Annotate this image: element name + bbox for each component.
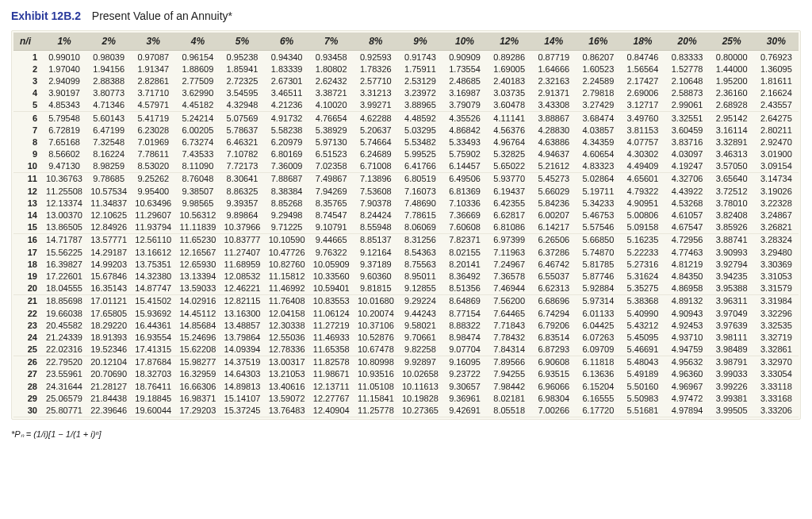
cell-value: 6.72819: [42, 124, 86, 136]
cell-value: 0.80000: [710, 51, 754, 63]
cell-value: 4.21236: [265, 99, 309, 112]
cell-value: 12.46221: [220, 283, 264, 295]
col-header: 25%: [710, 33, 754, 51]
row-index: 22: [13, 307, 42, 319]
cell-value: 4.94637: [531, 148, 576, 160]
cell-value: 5.57546: [576, 221, 620, 234]
cell-value: 9.29498: [265, 209, 309, 221]
cell-value: 3.09154: [754, 160, 799, 173]
cell-value: 8.76048: [175, 172, 220, 185]
cell-value: 8.95011: [398, 270, 442, 282]
cell-value: 3.26821: [754, 221, 799, 234]
cell-value: 3.38721: [309, 87, 354, 99]
cell-value: 2.88388: [86, 75, 131, 86]
cell-value: 3.88741: [710, 233, 754, 246]
cell-value: 2.92470: [754, 136, 799, 148]
cell-value: 5.07569: [220, 111, 264, 124]
cell-value: 1.95200: [710, 75, 754, 86]
cell-value: 0.83333: [665, 51, 710, 63]
cell-value: 8.38384: [265, 185, 309, 197]
table-row: 76.728196.471996.230286.002055.786375.58…: [13, 124, 799, 136]
cell-value: 6.14457: [442, 160, 487, 173]
cell-value: 4.43922: [665, 185, 710, 197]
cell-value: 16.93554: [131, 331, 175, 343]
cell-value: 15.93692: [131, 307, 175, 319]
cell-value: 6.79206: [531, 319, 576, 331]
cell-value: 5.66850: [576, 233, 620, 246]
cell-value: 4.97894: [665, 404, 710, 417]
cell-value: 7.43533: [175, 148, 220, 160]
cell-value: 4.28830: [531, 124, 576, 136]
cell-value: 7.11963: [487, 246, 531, 258]
cell-value: 10.36763: [42, 172, 86, 185]
cell-value: 6.11818: [576, 356, 620, 368]
cell-value: 10.37106: [354, 319, 398, 331]
cell-value: 10.10590: [265, 233, 309, 246]
cell-value: 1.91347: [131, 63, 175, 75]
row-index: 15: [13, 221, 42, 234]
table-row: 10.990100.980390.970870.961540.952380.94…: [13, 51, 799, 63]
cell-value: 13.76483: [265, 404, 309, 417]
cell-value: 8.98259: [86, 160, 131, 173]
cell-value: 2.91371: [531, 87, 576, 99]
cell-value: 0.92593: [354, 51, 398, 63]
cell-value: 8.11090: [175, 160, 220, 173]
cell-value: 5.50983: [620, 392, 665, 404]
cell-value: 4.10020: [309, 99, 354, 112]
cell-value: 3.88965: [398, 99, 442, 112]
cell-value: 6.37286: [531, 246, 576, 258]
cell-value: 22.02316: [42, 344, 86, 356]
col-header: 12%: [487, 33, 531, 51]
cell-value: 25.06579: [42, 392, 86, 404]
cell-value: 3.32719: [754, 331, 799, 343]
cell-value: 6.24689: [354, 148, 398, 160]
cell-value: 7.78611: [131, 148, 175, 160]
cell-value: 4.89132: [665, 294, 710, 307]
cell-value: 1.69005: [487, 63, 531, 75]
cell-value: 10.47726: [265, 246, 309, 258]
cell-value: 5.38929: [309, 124, 354, 136]
table-row: 1917.2260115.6784614.3238013.1339412.085…: [13, 270, 799, 282]
cell-value: 1.56564: [620, 63, 665, 75]
cell-value: 2.77509: [175, 75, 220, 86]
cell-value: 3.90197: [42, 87, 86, 99]
row-index: 12: [13, 185, 42, 197]
cell-value: 20.70690: [86, 368, 131, 380]
cell-value: 3.83716: [665, 136, 710, 148]
cell-value: 3.46313: [710, 148, 754, 160]
cell-value: 15.56225: [42, 246, 86, 258]
cell-value: 9.44665: [309, 233, 354, 246]
cell-value: 4.60654: [576, 148, 620, 160]
cell-value: 9.44243: [398, 307, 442, 319]
cell-value: 7.89566: [487, 356, 531, 368]
cell-value: 16.39827: [42, 258, 86, 270]
table-row: 54.853434.713464.579714.451824.329484.21…: [13, 99, 799, 112]
cell-value: 2.82861: [131, 75, 175, 86]
cell-value: 3.12717: [620, 99, 665, 112]
cell-value: 7.78432: [487, 331, 531, 343]
cell-value: 9.37189: [354, 258, 398, 270]
cell-value: 5.46691: [620, 344, 665, 356]
cell-value: 2.68928: [710, 99, 754, 112]
cell-value: 5.03295: [398, 124, 442, 136]
cell-value: 1.52778: [665, 63, 710, 75]
cell-value: 11.25508: [42, 185, 86, 197]
cell-value: 8.16224: [86, 148, 131, 160]
cell-value: 4.94759: [665, 344, 710, 356]
cell-value: 14.32380: [131, 270, 175, 282]
cell-value: 6.26506: [531, 233, 576, 246]
cell-value: 6.71008: [354, 160, 398, 173]
cell-value: 5.66029: [531, 185, 576, 197]
cell-value: 3.68474: [576, 111, 620, 124]
cell-value: 6.46321: [220, 136, 264, 148]
cell-value: 4.77463: [665, 246, 710, 258]
cell-value: 7.82371: [442, 233, 487, 246]
cell-value: 4.76654: [309, 111, 354, 124]
cell-value: 4.96360: [665, 368, 710, 380]
cell-value: 0.76923: [754, 51, 799, 63]
col-header-n: n/i: [13, 33, 42, 51]
table-row: 2522.0231619.5234617.4131515.6220814.093…: [13, 344, 799, 356]
row-index: 1: [13, 51, 42, 63]
cell-value: 9.60360: [354, 270, 398, 282]
cell-value: 1.75911: [398, 63, 442, 75]
